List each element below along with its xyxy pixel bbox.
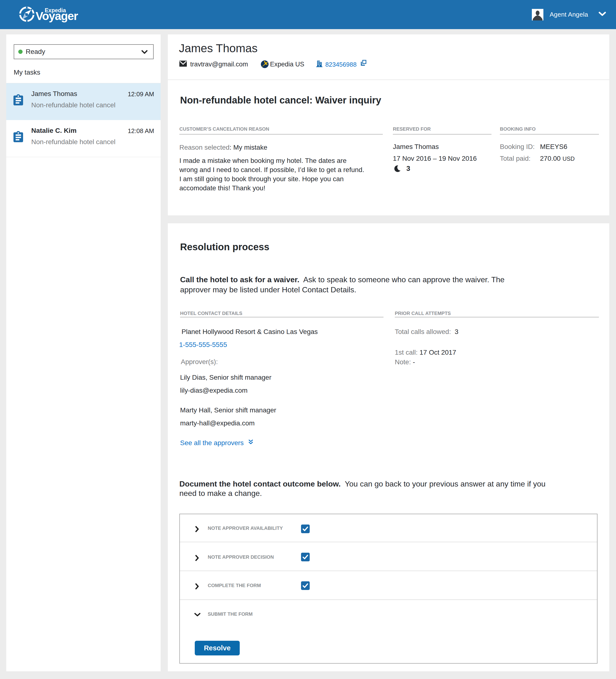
- svg-text:Voyager: Voyager: [36, 10, 78, 22]
